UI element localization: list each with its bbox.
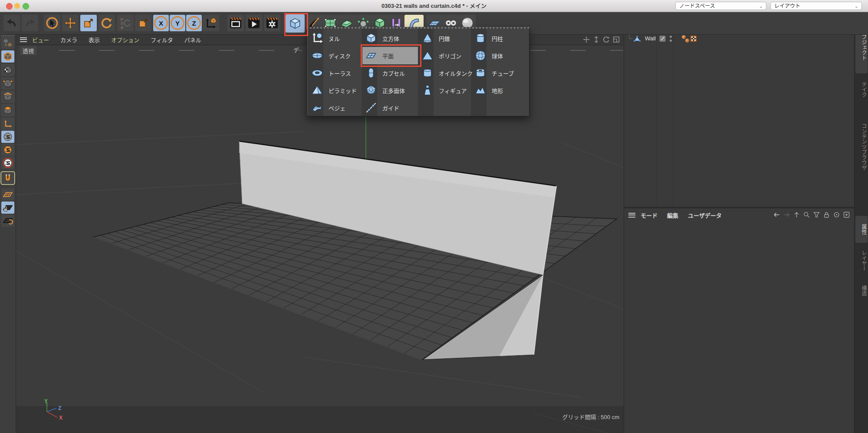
dock-texture-mode-button[interactable] [1, 64, 14, 76]
render-picture-button[interactable] [246, 15, 262, 31]
dock-edges-mode-button[interactable] [1, 91, 14, 103]
viewport-controls [582, 36, 620, 43]
panel-divider[interactable] [624, 207, 855, 208]
view-name-label[interactable]: 透視 [20, 46, 36, 55]
menu-item-null[interactable]: ヌル [309, 30, 362, 47]
attribute-manager-menu-icon[interactable] [628, 213, 635, 218]
vp-orbit-icon[interactable] [602, 36, 610, 43]
rotate-button[interactable] [99, 15, 115, 31]
guide-icon [365, 102, 377, 114]
live-select-button[interactable] [44, 15, 60, 31]
edit-toggle-icon[interactable] [658, 35, 667, 42]
viewport-bottom-shade [16, 406, 624, 433]
axis-cube-button[interactable] [203, 15, 219, 31]
menu-item-guide[interactable]: ガイド [362, 99, 418, 116]
render-settings-button[interactable] [264, 15, 280, 31]
dock-simulation-white-button[interactable]: S [1, 157, 14, 169]
am-forward-icon[interactable] [783, 211, 790, 218]
menu-item-torus[interactable]: トーラス [309, 64, 362, 82]
am-search-icon[interactable] [803, 211, 810, 218]
tab-takes[interactable]: テイク [855, 77, 868, 102]
sphere-icon [474, 50, 487, 62]
am-target-icon[interactable] [833, 211, 840, 218]
menu-item-platonic[interactable]: 正多面体 [362, 82, 418, 99]
dock-axis-mode-button[interactable] [1, 118, 14, 130]
viewport-menu-view[interactable]: ビュー [32, 36, 49, 44]
dock-workplane-lock-button[interactable] [1, 202, 14, 214]
viewport-menu-panel[interactable]: パネル [184, 36, 201, 44]
am-menu-edit[interactable]: 編集 [667, 211, 678, 219]
tab-structure[interactable]: 構造 [855, 278, 868, 303]
menu-item-plane[interactable]: 平面 [362, 47, 418, 64]
render-view-button[interactable] [227, 15, 244, 31]
psr-button[interactable]: PSR [117, 15, 134, 31]
menu-item-cone[interactable]: 円錐 [419, 30, 471, 47]
vp-maximize-icon[interactable] [612, 36, 620, 43]
am-menu-userdata[interactable]: ユーザデータ [688, 211, 722, 219]
object-name[interactable]: Wall [645, 35, 656, 42]
menu-item-tube[interactable]: チューブ [472, 64, 529, 82]
dock-workplane-button[interactable] [1, 188, 14, 201]
am-lock-icon[interactable] [823, 211, 830, 218]
vp-pan-icon[interactable] [582, 36, 590, 43]
menu-item-polygon[interactable]: ポリゴン [419, 47, 471, 64]
chevron-down-icon: ⌄ [855, 2, 858, 10]
move-button[interactable] [62, 15, 79, 31]
menu-item-disk[interactable]: ディスク [309, 47, 362, 64]
tag-ball-icon[interactable] [685, 39, 689, 43]
dock-polygons-mode-button[interactable] [1, 104, 14, 116]
left-mode-dock: SSS [0, 34, 16, 433]
menu-item-oiltank[interactable]: オイルタンク [419, 64, 471, 82]
menu-item-bezier[interactable]: ベジェ [309, 99, 362, 116]
viewport-menu-camera[interactable]: カメラ [60, 36, 77, 44]
texture-tag-icon[interactable] [690, 35, 697, 42]
menu-item-cube[interactable]: 立方体 [362, 30, 418, 47]
viewport-menu-filter[interactable]: フィルタ [151, 36, 173, 44]
dock-make-editable-button[interactable] [1, 37, 14, 49]
menu-item-landscape[interactable]: 地形 [472, 82, 529, 99]
am-add-panel-icon[interactable] [843, 211, 850, 218]
am-filter-icon[interactable] [813, 211, 820, 218]
menu-item-cylinder[interactable]: 円柱 [472, 30, 529, 47]
dock-workplane-rotate-button[interactable] [1, 215, 14, 227]
menu-item-capsule[interactable]: カプセル [362, 64, 418, 82]
palette-dashes [59, 50, 302, 51]
y-lock-button[interactable]: Y [170, 15, 185, 31]
coord-system-button[interactable] [135, 15, 151, 31]
menu-item-pyramid[interactable]: ピラミッド [309, 82, 362, 99]
scale-button[interactable] [80, 15, 97, 31]
disk-icon [311, 50, 323, 62]
dock-simulation-gray-button[interactable]: S [1, 131, 14, 143]
figure-icon [421, 84, 434, 96]
dock-simulation-orange-button[interactable]: S [1, 144, 14, 156]
am-up-icon[interactable] [793, 211, 800, 218]
primitive-cube-button[interactable] [286, 14, 305, 33]
dock-points-mode-button[interactable] [1, 77, 14, 89]
tab-layers[interactable]: レイヤー [855, 246, 868, 275]
z-lock-button[interactable]: Z [186, 15, 202, 31]
viewport-menu-options[interactable]: オプション [111, 36, 139, 44]
palette-grip[interactable] [1, 35, 14, 36]
am-menu-mode[interactable]: モード [641, 211, 658, 219]
dock-snap-button[interactable] [1, 172, 14, 184]
viewport-menu-display[interactable]: 表示 [89, 36, 100, 44]
visibility-dots[interactable] [669, 35, 672, 43]
menu-item-sphere[interactable]: 球体 [472, 47, 529, 64]
svg-text:R: R [121, 26, 124, 30]
redo-button[interactable] [22, 15, 38, 31]
viewport-menu-icon[interactable] [20, 37, 27, 42]
menu-item-figure[interactable]: フィギュア [419, 82, 471, 99]
tag-ball-icon[interactable] [682, 35, 686, 39]
vp-dolly-icon[interactable] [592, 36, 600, 43]
workspace-dropdown[interactable]: ノードスペース ⌄ [675, 2, 766, 10]
undo-button[interactable] [3, 15, 20, 31]
layout-dropdown[interactable]: レイアウト ⌄ [770, 2, 862, 10]
dock-model-mode-button[interactable] [1, 50, 14, 63]
am-back-icon[interactable] [773, 211, 780, 218]
svg-text:S: S [6, 160, 10, 166]
tab-attributes[interactable]: 属性 [855, 216, 868, 243]
object-row-wall[interactable]: Wall [624, 34, 855, 43]
plane-icon [365, 50, 377, 62]
tab-content-browser[interactable]: コンテンツブラウザ [855, 106, 868, 188]
x-lock-button[interactable]: X [153, 15, 169, 31]
